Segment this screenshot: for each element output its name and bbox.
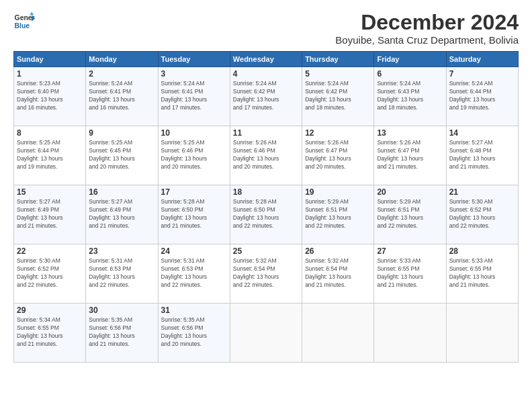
table-row: 18Sunrise: 5:28 AMSunset: 6:50 PMDayligh… [230,185,302,244]
table-row: 16Sunrise: 5:27 AMSunset: 6:49 PMDayligh… [86,185,158,244]
table-row: 30Sunrise: 5:35 AMSunset: 6:56 PMDayligh… [86,304,158,363]
table-row: 10Sunrise: 5:25 AMSunset: 6:46 PMDayligh… [158,126,230,185]
calendar-week-5: 29Sunrise: 5:34 AMSunset: 6:55 PMDayligh… [14,304,519,363]
table-row: 11Sunrise: 5:26 AMSunset: 6:46 PMDayligh… [230,126,302,185]
table-row [446,304,518,363]
table-row: 28Sunrise: 5:33 AMSunset: 6:55 PMDayligh… [446,244,518,304]
page-title: December 2024 [335,11,519,34]
table-row: 23Sunrise: 5:31 AMSunset: 6:53 PMDayligh… [86,244,158,304]
table-row [374,304,446,363]
calendar-header-row: Sunday Monday Tuesday Wednesday Thursday… [14,52,519,67]
calendar-week-1: 1Sunrise: 5:23 AMSunset: 6:40 PMDaylight… [14,67,519,126]
table-row: 3Sunrise: 5:24 AMSunset: 6:41 PMDaylight… [158,67,230,126]
table-row: 5Sunrise: 5:24 AMSunset: 6:42 PMDaylight… [302,67,374,126]
table-row [302,304,374,363]
page-subtitle: Boyuibe, Santa Cruz Department, Bolivia [335,34,519,46]
table-row: 25Sunrise: 5:32 AMSunset: 6:54 PMDayligh… [230,244,302,304]
table-row: 27Sunrise: 5:33 AMSunset: 6:55 PMDayligh… [374,244,446,304]
header-friday: Friday [374,52,446,67]
calendar-week-2: 8Sunrise: 5:25 AMSunset: 6:44 PMDaylight… [14,126,519,185]
calendar-week-4: 22Sunrise: 5:30 AMSunset: 6:52 PMDayligh… [14,244,519,304]
table-row: 20Sunrise: 5:29 AMSunset: 6:51 PMDayligh… [374,185,446,244]
table-row: 14Sunrise: 5:27 AMSunset: 6:48 PMDayligh… [446,126,518,185]
table-row: 24Sunrise: 5:31 AMSunset: 6:53 PMDayligh… [158,244,230,304]
table-row: 31Sunrise: 5:35 AMSunset: 6:56 PMDayligh… [158,304,230,363]
header: General Blue December 2024 Boyuibe, Sant… [13,11,519,46]
table-row: 8Sunrise: 5:25 AMSunset: 6:44 PMDaylight… [14,126,86,185]
header-wednesday: Wednesday [230,52,302,67]
logo: General Blue [13,11,35,32]
header-sunday: Sunday [14,52,86,67]
logo-icon: General Blue [13,11,35,32]
header-thursday: Thursday [302,52,374,67]
table-row: 19Sunrise: 5:29 AMSunset: 6:51 PMDayligh… [302,185,374,244]
calendar-week-3: 15Sunrise: 5:27 AMSunset: 6:49 PMDayligh… [14,185,519,244]
table-row: 15Sunrise: 5:27 AMSunset: 6:49 PMDayligh… [14,185,86,244]
table-row: 29Sunrise: 5:34 AMSunset: 6:55 PMDayligh… [14,304,86,363]
table-row: 7Sunrise: 5:24 AMSunset: 6:44 PMDaylight… [446,67,518,126]
header-tuesday: Tuesday [158,52,230,67]
table-row: 21Sunrise: 5:30 AMSunset: 6:52 PMDayligh… [446,185,518,244]
table-row: 26Sunrise: 5:32 AMSunset: 6:54 PMDayligh… [302,244,374,304]
table-row: 22Sunrise: 5:30 AMSunset: 6:52 PMDayligh… [14,244,86,304]
title-block: December 2024 Boyuibe, Santa Cruz Depart… [335,11,519,46]
calendar-table: Sunday Monday Tuesday Wednesday Thursday… [13,51,519,363]
svg-text:Blue: Blue [15,22,30,30]
table-row [230,304,302,363]
table-row: 9Sunrise: 5:25 AMSunset: 6:45 PMDaylight… [86,126,158,185]
svg-marker-3 [30,12,34,15]
table-row: 6Sunrise: 5:24 AMSunset: 6:43 PMDaylight… [374,67,446,126]
page: General Blue December 2024 Boyuibe, Sant… [0,0,532,411]
header-monday: Monday [86,52,158,67]
table-row: 4Sunrise: 5:24 AMSunset: 6:42 PMDaylight… [230,67,302,126]
table-row: 1Sunrise: 5:23 AMSunset: 6:40 PMDaylight… [14,67,86,126]
table-row: 17Sunrise: 5:28 AMSunset: 6:50 PMDayligh… [158,185,230,244]
table-row: 12Sunrise: 5:26 AMSunset: 6:47 PMDayligh… [302,126,374,185]
table-row: 2Sunrise: 5:24 AMSunset: 6:41 PMDaylight… [86,67,158,126]
table-row: 13Sunrise: 5:26 AMSunset: 6:47 PMDayligh… [374,126,446,185]
header-saturday: Saturday [446,52,518,67]
